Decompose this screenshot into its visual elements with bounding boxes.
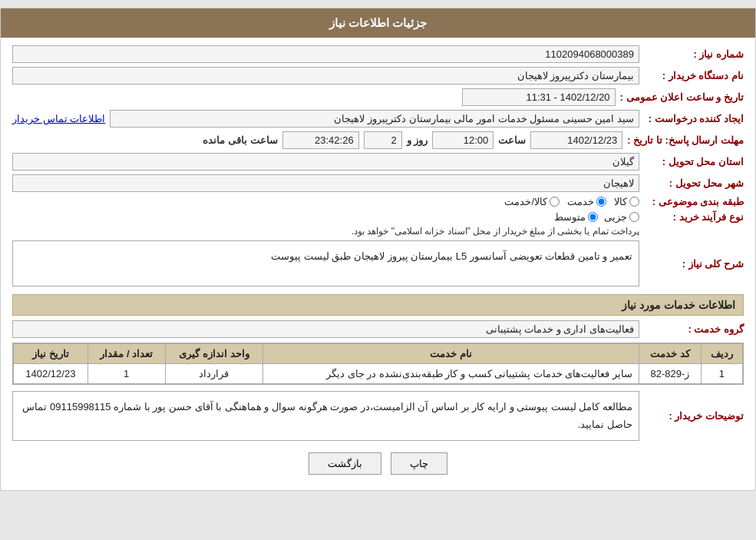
col-service-code: کد خدمت <box>639 344 702 364</box>
response-date-value: 1402/12/23 <box>530 131 622 149</box>
page-header: جزئیات اطلاعات نیاز <box>1 8 755 38</box>
province-row: استان محل تحویل : گیلان <box>12 153 744 171</box>
response-days-value: 2 <box>364 131 402 149</box>
service-table-container: ردیف کد خدمت نام خدمت واحد اندازه گیری ت… <box>12 343 744 385</box>
cell-date: 1402/12/23 <box>14 364 88 384</box>
back-button[interactable]: بازگشت <box>309 452 381 475</box>
purchase-type-row: نوع فرآیند خرید : جزیی متوسط پرداخت تمام… <box>12 211 744 237</box>
print-button[interactable]: چاپ <box>391 452 447 475</box>
response-deadline-row: مهلت ارسال پاسخ: تا تاریخ : 1402/12/23 س… <box>12 131 744 149</box>
category-option-kala: کالا <box>614 196 639 207</box>
city-row: شهر محل تحویل : لاهیجان <box>12 174 744 192</box>
category-radio-khedmat[interactable] <box>596 197 606 207</box>
purchase-radio-motevaset[interactable] <box>588 212 598 222</box>
creator-row: ایجاد کننده درخواست : سید امین حسینی مسئ… <box>12 110 744 128</box>
category-radio-kala[interactable] <box>629 197 639 207</box>
purchase-type-options: جزیی متوسط پرداخت تمام یا بخشی از مبلغ خ… <box>352 211 639 237</box>
need-number-row: شماره نیاز : 1102094068000389 <box>12 45 744 63</box>
service-section-header: اطلاعات خدمات مورد نیاز <box>12 294 744 316</box>
response-time-value: 12:00 <box>432 131 494 149</box>
category-option-kala-khedmat: کالا/خدمت <box>504 196 560 207</box>
province-label: استان محل تحویل : <box>644 156 744 167</box>
buyer-notes-row: توضیحات خریدار : مطالعه کامل لیست پیوستی… <box>12 391 744 441</box>
cell-row-number: 1 <box>701 364 742 384</box>
response-remaining-value: 23:42:26 <box>282 131 359 149</box>
need-description-row: شرح کلی نیاز : تعمیر و تامین قطعات تعویض… <box>12 240 744 287</box>
city-label: شهر محل تحویل : <box>644 177 744 189</box>
need-description-label: شرح کلی نیاز : <box>644 258 744 270</box>
need-number-label: شماره نیاز : <box>644 48 744 60</box>
page-title: جزئیات اطلاعات نیاز <box>329 16 427 29</box>
buyer-org-row: نام دستگاه خریدار : بیمارستان دکترپیروز … <box>12 67 744 84</box>
creator-value: سید امین حسینی مسئول خدمات امور مالی بیم… <box>110 110 639 128</box>
need-number-value: 1102094068000389 <box>12 45 639 63</box>
purchase-label-jozii: جزیی <box>604 211 627 223</box>
creator-contact-link[interactable]: اطلاعات تماس خریدار <box>12 113 105 124</box>
purchase-type-label: نوع فرآیند خرید : <box>644 211 744 223</box>
category-option-khedmat: خدمت <box>567 196 606 207</box>
button-row: چاپ بازگشت <box>12 452 744 475</box>
announcement-row: تاریخ و ساعت اعلان عمومی : 1402/12/20 - … <box>12 88 744 106</box>
table-header-row: ردیف کد خدمت نام خدمت واحد اندازه گیری ت… <box>14 344 743 364</box>
cell-service-code: ز-829-82 <box>639 364 702 384</box>
page-wrapper: جزئیات اطلاعات نیاز شماره نیاز : 1102094… <box>0 8 756 491</box>
category-radio-group: کالا خدمت کالا/خدمت <box>504 196 639 207</box>
category-radio-kala-khedmat[interactable] <box>550 197 560 207</box>
category-label: طبقه بندی موضوعی : <box>644 196 744 207</box>
buyer-notes-value: مطالعه کامل لیست پیوستی و ارایه کار بر ا… <box>12 391 639 441</box>
col-date: تاریخ نیاز <box>14 344 88 364</box>
service-group-label: گروه خدمت : <box>644 323 744 335</box>
col-quantity: تعداد / مقدار <box>87 344 165 364</box>
category-label-khedmat: خدمت <box>567 196 594 207</box>
purchase-option-row1: جزیی متوسط <box>352 211 639 223</box>
creator-label: ایجاد کننده درخواست : <box>644 113 744 124</box>
announcement-value: 1402/12/20 - 11:31 <box>462 88 616 106</box>
buyer-org-value: بیمارستان دکترپیروز لاهیجان <box>12 67 639 84</box>
need-description-value: تعمیر و تامین قطعات تعویضی آسانسور L5 بی… <box>12 240 639 287</box>
col-unit: واحد اندازه گیری <box>165 344 262 364</box>
content-area: شماره نیاز : 1102094068000389 نام دستگاه… <box>1 38 755 490</box>
response-days-label: روز و <box>407 134 428 146</box>
buyer-notes-label: توضیحات خریدار : <box>644 410 744 422</box>
col-service-name: نام خدمت <box>263 344 639 364</box>
buyer-org-label: نام دستگاه خریدار : <box>644 70 744 81</box>
announcement-label: تاریخ و ساعت اعلان عمومی : <box>620 91 744 103</box>
province-value: گیلان <box>12 153 639 171</box>
purchase-type-description: پرداخت تمام یا بخشی از مبلغ خریدار از مح… <box>352 226 639 237</box>
response-remaining-label: ساعت باقی مانده <box>203 134 277 146</box>
response-deadline-label: مهلت ارسال پاسخ: تا تاریخ : <box>627 134 744 146</box>
category-row: طبقه بندی موضوعی : کالا خدمت کالا/خدمت <box>12 196 744 207</box>
response-time-label: ساعت <box>498 134 526 146</box>
purchase-radio-jozii[interactable] <box>629 212 639 222</box>
cell-service-name: سایر فعالیت‌های خدمات پشتیبانی کسب و کار… <box>263 364 639 384</box>
service-group-value: فعالیت‌های اداری و خدمات پشتیبانی <box>12 320 639 338</box>
purchase-description-row: پرداخت تمام یا بخشی از مبلغ خریدار از مح… <box>352 226 639 237</box>
purchase-option-motevaset: متوسط <box>554 211 598 223</box>
table-row: 1 ز-829-82 سایر فعالیت‌های خدمات پشتیبان… <box>14 364 743 384</box>
service-table: ردیف کد خدمت نام خدمت واحد اندازه گیری ت… <box>13 343 743 384</box>
category-label-kala: کالا <box>614 196 627 207</box>
service-group-row: گروه خدمت : فعالیت‌های اداری و خدمات پشت… <box>12 320 744 338</box>
cell-quantity: 1 <box>87 364 165 384</box>
category-label-kala-khedmat: کالا/خدمت <box>504 196 547 207</box>
city-value: لاهیجان <box>12 174 639 192</box>
purchase-label-motevaset: متوسط <box>554 211 586 223</box>
col-row-number: ردیف <box>701 344 742 364</box>
cell-unit: قرارداد <box>165 364 262 384</box>
purchase-option-jozii: جزیی <box>604 211 639 223</box>
